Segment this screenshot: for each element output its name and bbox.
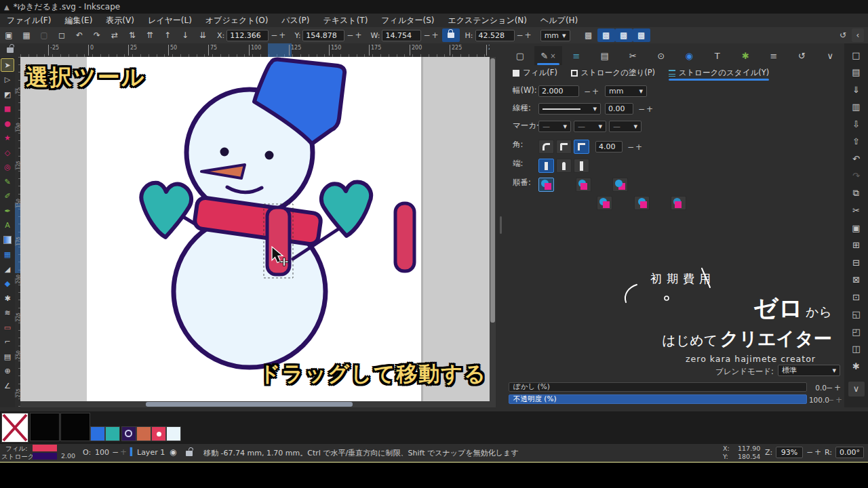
copy-button[interactable]: ⧉ — [848, 186, 865, 201]
node-tool[interactable]: ▷ — [1, 73, 14, 87]
snowman-left-eye[interactable] — [220, 148, 229, 157]
zoom-selection-button[interactable]: ⊞ — [848, 238, 865, 253]
order-5-button[interactable] — [634, 196, 650, 210]
path-effects-tab[interactable]: ✂ — [618, 46, 647, 65]
rectangle-tool[interactable]: ■ — [1, 102, 14, 116]
open-document-button[interactable]: ▤ — [848, 65, 865, 80]
measure-tool[interactable]: ∠ — [1, 379, 14, 392]
opacity-slider[interactable]: 不透明度 (%) — [509, 394, 807, 404]
snowman-right-eye[interactable] — [265, 151, 274, 160]
rotate-ccw-button[interactable]: ↶ — [71, 28, 88, 42]
eraser-tool[interactable]: ▭ — [1, 321, 14, 334]
redo-button[interactable]: ↷ — [848, 169, 865, 184]
swatch-blue[interactable] — [90, 426, 105, 441]
snap-others-button[interactable]: ▩ — [615, 28, 633, 42]
duplicate-button[interactable]: ⊡ — [848, 289, 865, 304]
vertical-ruler[interactable]: 75 100 125 150 175 200 225 250 275 — [15, 57, 20, 407]
x-spinner[interactable]: −+ — [269, 30, 289, 40]
deselect-button[interactable]: ▢ — [35, 28, 53, 42]
lower-button[interactable]: ↓ — [176, 28, 194, 42]
menu-edit[interactable]: 編集(E) — [58, 14, 99, 27]
horizontal-scrollbar[interactable] — [20, 401, 490, 407]
shape-builder-tool[interactable]: ◩ — [1, 87, 14, 101]
menu-view[interactable]: 表示(V) — [99, 14, 141, 27]
dash-pattern-select[interactable]: ▾ — [538, 103, 601, 115]
marker-mid-select[interactable]: —▾ — [574, 121, 606, 132]
connector-tool[interactable]: ⌐ — [1, 336, 14, 349]
order-1-button[interactable] — [538, 178, 554, 192]
swatch-teal[interactable] — [105, 426, 120, 441]
swatch-black-1[interactable] — [30, 413, 60, 441]
bezier-tool[interactable]: ✐ — [1, 190, 14, 203]
symbols-tab[interactable]: ◉ — [675, 46, 703, 65]
swatch-purple[interactable] — [121, 426, 136, 441]
paste-button[interactable]: ▣ — [848, 220, 865, 235]
fill-indicator-swatch[interactable] — [33, 445, 57, 451]
tab-stroke-style[interactable]: ストロークのスタイル(Y) — [669, 68, 769, 81]
star-tool[interactable]: ★ — [1, 131, 14, 145]
cut-button[interactable]: ✂ — [848, 203, 865, 218]
bbox-toggle-button[interactable]: ◻ — [53, 28, 71, 42]
snap-page-button[interactable]: ▩ — [633, 28, 650, 42]
preferences-button[interactable]: ✱ — [848, 359, 865, 373]
menu-filters[interactable]: フィルター(S) — [374, 14, 441, 27]
zoom-input[interactable]: 93% — [776, 447, 803, 458]
w-input[interactable]: 14.754 — [382, 30, 421, 41]
snap-bbox-button[interactable]: ▩ — [580, 28, 597, 42]
menu-layer[interactable]: レイヤー(L) — [141, 14, 199, 27]
object-opacity-value[interactable]: 100 — [95, 448, 109, 457]
print-button[interactable]: ▥ — [848, 100, 865, 115]
document-properties-tab[interactable]: ▢ — [506, 46, 534, 65]
blur-slider[interactable]: ぼかし (%) — [509, 382, 807, 392]
h-input[interactable]: 42.528 — [475, 30, 515, 41]
spray-tool[interactable]: ≋ — [1, 306, 14, 320]
opacity-spinner[interactable]: −+ — [825, 395, 846, 405]
rotate-cw-button[interactable]: ↷ — [88, 28, 106, 42]
y-spinner[interactable]: −+ — [344, 30, 365, 40]
join-round-button[interactable] — [538, 140, 554, 154]
order-3-button[interactable] — [612, 178, 628, 192]
order-6-button[interactable] — [671, 196, 686, 210]
history-tab[interactable]: ↺ — [788, 46, 816, 65]
fill-stroke-tab[interactable]: ✎× — [534, 46, 563, 65]
order-4-button[interactable] — [597, 196, 612, 210]
cap-square-button[interactable] — [574, 159, 589, 173]
unit-select[interactable]: mm▾ — [540, 30, 570, 41]
zoom-tool[interactable]: ⊕ — [1, 365, 14, 378]
extensions-tab[interactable]: ✱ — [732, 46, 760, 65]
cap-round-button[interactable] — [556, 159, 572, 173]
tab-stroke-paint[interactable]: ストロークの塗り(P) — [571, 68, 656, 81]
export-button[interactable]: ⇧ — [848, 134, 865, 149]
dialog-fill-stroke-button[interactable]: ◫ — [848, 342, 865, 357]
horizontal-ruler[interactable]: -25 0 25 50 75 100 125 150 175 200 225 2… — [20, 43, 490, 57]
dash-offset-input[interactable]: 0.00 — [605, 103, 633, 115]
calligraphy-tool[interactable]: ✒ — [1, 204, 14, 218]
w-spinner[interactable]: −+ — [421, 30, 441, 40]
layer-visibility-icon[interactable]: ◉ — [170, 447, 176, 457]
join-bevel-button[interactable] — [556, 140, 572, 154]
text-font-tab[interactable]: T — [703, 46, 732, 65]
flip-horizontal-button[interactable]: ⇄ — [106, 28, 123, 42]
paint-bucket-tool[interactable]: ◆ — [1, 277, 14, 291]
zoom-drawing-button[interactable]: ⊟ — [848, 255, 865, 270]
menu-help[interactable]: ヘルプ(H) — [534, 14, 585, 27]
rotation-input[interactable]: 0.00° — [835, 447, 864, 458]
menu-extensions[interactable]: エクステンション(N) — [441, 14, 534, 27]
select-all-layers-button[interactable]: ▦ — [18, 28, 35, 42]
gradient-tool[interactable] — [1, 233, 14, 247]
menu-object[interactable]: オブジェクト(O) — [199, 14, 275, 27]
dash-offset-spinner[interactable]: −+ — [636, 104, 656, 114]
collapse-toolbar-button[interactable]: ‹ — [852, 28, 864, 42]
swatch-none[interactable] — [1, 413, 28, 443]
stroke-width-spinner[interactable]: −+ — [582, 87, 602, 96]
raise-button[interactable]: ↑ — [159, 28, 176, 42]
marker-start-select[interactable]: —▾ — [538, 121, 571, 132]
layers-tab[interactable]: ≡ — [562, 46, 591, 65]
swatch-black-2[interactable] — [60, 413, 90, 441]
current-layer-select[interactable]: Layer 1 — [137, 448, 165, 457]
ellipse-tool[interactable]: ● — [1, 117, 14, 130]
zoom-page-button[interactable]: ⊠ — [848, 272, 865, 287]
cap-butt-button[interactable] — [538, 159, 554, 173]
group-button[interactable]: ◱ — [848, 307, 865, 322]
order-2-button[interactable] — [576, 178, 591, 192]
